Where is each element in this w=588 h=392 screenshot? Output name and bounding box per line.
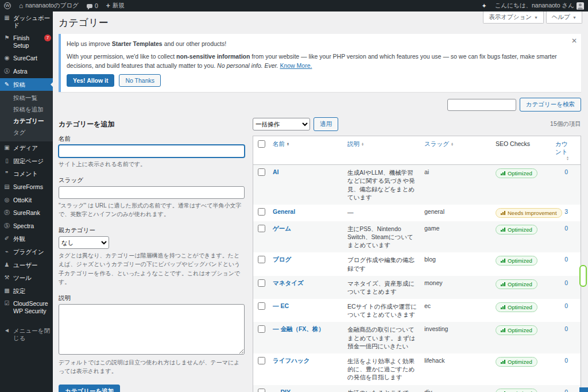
ai-assistant-button[interactable]: ✦ <box>478 0 491 11</box>
wordpress-menu[interactable]: W <box>0 0 15 11</box>
sidebar-item-comments[interactable]: ❞コメント <box>0 167 53 180</box>
sidebar-item-ottokit[interactable]: ◎OttoKit <box>0 194 53 207</box>
sort-by-slug-header[interactable]: スラッグ▲▼ <box>424 140 496 148</box>
category-description: — <box>347 208 424 216</box>
slug-field-group: スラッグ "スラッグ" は URL に適した形式の名前です。通常はすべて半角小文… <box>59 176 245 219</box>
sort-by-count-header[interactable]: カウント▲▼ <box>555 140 576 160</box>
category-name-link[interactable]: ブログ <box>273 256 291 263</box>
name-input[interactable] <box>59 145 245 157</box>
category-name-link[interactable]: ゲーム <box>273 225 291 232</box>
sidebar-item-sureforms[interactable]: ▤SureForms <box>0 180 53 194</box>
media-icon: ▣ <box>3 144 10 151</box>
table-row: — EC ECサイトの作成や運営についてまとめていきます ec Optimize… <box>253 299 581 322</box>
name-label: 名前 <box>59 135 245 143</box>
row-checkbox[interactable] <box>258 208 265 216</box>
ottokit-icon: ◎ <box>3 197 10 203</box>
site-name-link[interactable]: ⌂ nananaotoのブログ <box>15 0 83 11</box>
wordpress-logo-icon: W <box>4 2 11 9</box>
sidebar-item-spectra[interactable]: ⓈSpectra <box>0 220 53 233</box>
apply-button[interactable]: 適用 <box>314 117 338 131</box>
sort-by-name-header[interactable]: 名前▲▼ <box>273 140 347 148</box>
sidebar-item-surerank[interactable]: ⓇSureRank <box>0 206 53 220</box>
sidebar-item-collapse-menu[interactable]: ◄メニューを閉じる <box>0 324 53 344</box>
feedback-tab[interactable] <box>579 265 587 287</box>
categories-table-section: 一括操作 適用 15個の項目 名前▲▼ 説明▲▼ スラッグ▲▼ SEO Chec… <box>253 116 581 392</box>
seo-status-badge: Optimized <box>496 325 537 335</box>
search-categories-button[interactable]: カテゴリーを検索 <box>520 98 581 112</box>
slug-input[interactable] <box>59 186 245 199</box>
category-name-link[interactable]: General <box>273 208 295 215</box>
sidebar-item-astra[interactable]: ⒶAstra <box>0 65 53 78</box>
help-button[interactable]: ヘルプ ▼ <box>546 11 582 24</box>
category-name-link[interactable]: ライフハック <box>273 357 310 364</box>
users-icon: ♟ <box>3 262 10 268</box>
row-checkbox[interactable] <box>258 389 265 392</box>
category-name-link[interactable]: マネタイズ <box>273 279 304 286</box>
description-help: デフォルトではこの説明は目立つ使われ方はしませんが、テーマによっては表示されます… <box>59 358 245 376</box>
floating-action-partial[interactable] <box>579 387 588 392</box>
sort-by-description-header[interactable]: 説明▲▼ <box>347 140 424 148</box>
sidebar-item-label: 投稿 <box>13 81 25 89</box>
my-account-link[interactable]: こんにちは、nananaoto さん <box>491 0 588 11</box>
category-count-link[interactable]: 0 <box>564 302 568 309</box>
know-more-link[interactable]: Know More. <box>280 62 312 69</box>
seo-status-badge: Optimized <box>496 302 537 312</box>
submenu-item-カテゴリー[interactable]: カテゴリー <box>0 116 53 127</box>
row-checkbox[interactable] <box>258 256 265 263</box>
category-name-link[interactable]: AI <box>273 168 279 175</box>
category-name-link[interactable]: — 金融（FX、株） <box>273 325 324 332</box>
category-count-link[interactable]: 0 <box>564 279 568 286</box>
submenu-item-投稿を追加[interactable]: 投稿を追加 <box>0 104 53 116</box>
row-checkbox[interactable] <box>258 168 265 176</box>
category-count-link[interactable]: 0 <box>564 225 568 232</box>
search-input[interactable] <box>447 99 516 111</box>
comments-icon: ❞ <box>3 170 10 177</box>
parent-category-select[interactable]: なし <box>59 236 109 249</box>
sidebar-item-finish-setup[interactable]: ⚑Finish Setup7 <box>0 32 53 52</box>
new-content-link[interactable]: + 新規 <box>102 0 129 11</box>
category-description: 主にPS5、Nintendo Switch、Steamについてまとめています <box>347 225 424 249</box>
sidebar-item-settings[interactable]: ▩設定 <box>0 285 53 298</box>
screen-options-button[interactable]: 表示オプション ▼ <box>483 11 544 24</box>
row-checkbox[interactable] <box>258 302 265 310</box>
category-count-link[interactable]: 0 <box>564 389 568 392</box>
submenu-item-タグ[interactable]: タグ <box>0 127 53 139</box>
category-count-link[interactable]: 0 <box>564 168 568 175</box>
sidebar-item-plugins[interactable]: ⌁プラグイン <box>0 245 53 259</box>
add-category-button[interactable]: カテゴリーを追加 <box>59 385 120 392</box>
sidebar-item-appearance[interactable]: ✐外観 <box>0 232 53 245</box>
category-name-link[interactable]: — DIY <box>273 389 291 392</box>
seo-checks-header: SEO Checks <box>496 140 555 147</box>
description-textarea[interactable] <box>59 304 245 355</box>
comments-link[interactable]: 0 <box>83 0 102 11</box>
category-count-link[interactable]: 0 <box>564 325 568 332</box>
sidebar-item-label: ダッシュボード <box>13 14 51 29</box>
category-slug: lifehack <box>424 357 496 364</box>
sidebar-item-posts[interactable]: ✎投稿 <box>0 78 53 91</box>
bulk-action-select[interactable]: 一括操作 <box>253 118 310 130</box>
sidebar-item-tools[interactable]: ⚒ツール <box>0 271 53 285</box>
select-all-checkbox[interactable] <box>258 140 265 148</box>
category-name-link[interactable]: — EC <box>273 302 289 309</box>
no-thanks-button[interactable]: No Thanks <box>119 74 161 87</box>
avatar <box>577 2 584 10</box>
row-checkbox[interactable] <box>258 357 265 364</box>
sidebar-item-dashboard[interactable]: ▦ダッシュボード <box>0 11 53 32</box>
close-icon[interactable]: ✕ <box>571 37 577 45</box>
sidebar-item-surecart[interactable]: ◉SureCart <box>0 52 53 65</box>
allow-button[interactable]: Yes! Allow it <box>67 74 114 87</box>
row-checkbox[interactable] <box>258 325 265 333</box>
sidebar-item-users[interactable]: ♟ユーザー <box>0 259 53 272</box>
category-count-link[interactable]: 0 <box>564 256 568 263</box>
screen-options-label: 表示オプション <box>489 13 532 21</box>
name-field-group: 名前 サイト上に表示される名前です。 <box>59 135 245 169</box>
row-checkbox[interactable] <box>258 225 265 232</box>
category-count-link[interactable]: 0 <box>564 357 568 364</box>
submenu-item-投稿一覧[interactable]: 投稿一覧 <box>0 93 53 104</box>
sidebar-item-cloudsecure[interactable]: ☑CloudSecure WP Security <box>0 297 53 317</box>
row-checkbox[interactable] <box>258 279 265 287</box>
category-count-link[interactable]: 3 <box>564 208 568 215</box>
bar-chart-icon <box>501 259 505 263</box>
sidebar-item-media[interactable]: ▣メディア <box>0 141 53 155</box>
sidebar-item-pages[interactable]: ▯固定ページ <box>0 155 53 168</box>
